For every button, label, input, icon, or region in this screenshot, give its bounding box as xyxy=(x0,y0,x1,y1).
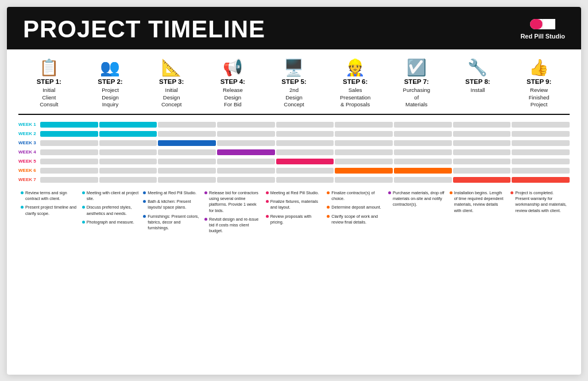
bar-week6-step6 xyxy=(335,168,393,174)
step-icon-2: 👥 xyxy=(100,60,120,76)
bar-week1-step2 xyxy=(99,122,157,128)
bar-week5-step1 xyxy=(40,159,98,164)
bar-week6-step5 xyxy=(276,168,334,174)
bar-week7-step2 xyxy=(99,177,157,183)
note-bullet-4-2: Revisit design and re-issue bid if costs… xyxy=(204,217,261,234)
note-dot-4-1 xyxy=(204,191,207,194)
step-label-9: STEP 9: xyxy=(527,78,551,86)
step-label-3: STEP 3: xyxy=(159,78,184,86)
note-bullet-3-2: Bath & kitchen: Present layouts/ space p… xyxy=(143,199,200,210)
steps-row: 📋 STEP 1: InitialClientConsult 👥 STEP 2:… xyxy=(18,60,570,109)
bar-week7-step4 xyxy=(217,177,275,183)
step-icon-4: 📢 xyxy=(223,60,243,76)
bar-week6-step9 xyxy=(512,168,570,174)
gantt-row-week-3: WEEK 3 xyxy=(18,139,570,147)
note-text-2-1: Meeting with client at project site. xyxy=(87,190,139,202)
step-desc-6: SalesPresentation& Proposals xyxy=(340,87,370,108)
step-col-9: 👍 STEP 9: ReviewFinishedProject xyxy=(508,60,570,109)
bar-week1-step1 xyxy=(40,122,98,128)
bar-week5-step5 xyxy=(276,159,334,164)
bar-week6-step2 xyxy=(99,168,157,174)
note-col-1: Review terms and sign contract with clie… xyxy=(18,190,80,237)
note-text-3-3: Furnishings: Present colors, fabrics, de… xyxy=(148,214,200,231)
note-dot-3-1 xyxy=(143,191,146,194)
gantt-bars-week-1 xyxy=(40,122,570,128)
note-col-4: Release bid for contractors using severa… xyxy=(202,190,264,237)
gantt-bars-week-4 xyxy=(40,149,570,155)
note-col-3: Meeting at Red Pill Studio.Bath & kitche… xyxy=(141,190,202,237)
note-bullet-2-2: Discuss preferred styles, aesthetics and… xyxy=(82,205,139,216)
header: PROJECT TIMELINE Red Pill Studio xyxy=(7,7,581,49)
step-desc-7: PurchasingofMaterials xyxy=(403,87,431,108)
gantt-bars-week-6 xyxy=(40,168,570,174)
gantt-bars-week-2 xyxy=(40,131,570,137)
note-dot-6-3 xyxy=(327,215,330,218)
note-text-9-1: Project is completed. Present warranty f… xyxy=(515,190,567,213)
gantt-section: WEEK 1WEEK 2WEEK 3WEEK 4WEEK 5WEEK 6WEEK… xyxy=(18,121,570,183)
step-desc-5: 2ndDesignConcept xyxy=(284,87,304,108)
step-desc-2: ProjectDesignInquiry xyxy=(102,87,119,108)
bar-week4-step5 xyxy=(276,149,334,155)
note-dot-3-3 xyxy=(143,215,146,218)
note-dot-9-1 xyxy=(510,191,513,194)
bar-week1-step7 xyxy=(394,122,452,128)
note-dot-7-1 xyxy=(388,191,391,194)
note-dot-2-3 xyxy=(82,221,85,224)
note-dot-6-2 xyxy=(327,206,330,209)
step-label-6: STEP 6: xyxy=(343,78,368,86)
note-bullet-3-3: Furnishings: Present colors, fabrics, de… xyxy=(143,214,200,231)
logo-area: Red Pill Studio xyxy=(520,18,565,40)
note-col-8: Installation begins. Length of time requ… xyxy=(447,190,509,237)
note-bullet-7-1: Purchase materials, drop off materials o… xyxy=(388,190,445,207)
note-col-6: Finalize contractor(s) of choice.Determi… xyxy=(324,190,386,237)
note-dot-5-3 xyxy=(266,215,269,218)
gantt-row-week-7: WEEK 7 xyxy=(18,176,570,183)
bar-week4-step2 xyxy=(99,149,157,155)
logo-text: Red Pill Studio xyxy=(520,33,565,40)
note-text-3-2: Bath & kitchen: Present layouts/ space p… xyxy=(148,199,200,210)
divider xyxy=(18,114,570,115)
project-timeline-card: PROJECT TIMELINE Red Pill Studio 📋 STEP … xyxy=(7,7,581,375)
bar-week4-step3 xyxy=(158,149,216,155)
bar-week6-step8 xyxy=(453,168,511,174)
step-label-8: STEP 8: xyxy=(465,78,490,86)
bar-week2-step9 xyxy=(512,131,570,137)
bar-week3-step6 xyxy=(335,140,393,146)
note-dot-2-1 xyxy=(82,191,85,194)
gantt-row-week-6: WEEK 6 xyxy=(18,167,570,174)
bar-week6-step3 xyxy=(158,168,216,174)
note-text-2-3: Photograph and measure. xyxy=(87,220,139,225)
note-text-5-3: Review proposals with pricing. xyxy=(270,214,323,225)
gantt-row-week-1: WEEK 1 xyxy=(18,121,570,128)
bar-week4-step6 xyxy=(335,149,393,155)
note-bullet-5-1: Meeting at Red Pill Studio. xyxy=(266,190,323,196)
bar-week3-step4 xyxy=(217,140,275,146)
note-bullet-2-1: Meeting with client at project site. xyxy=(82,190,139,202)
bar-week4-step4 xyxy=(217,149,275,155)
step-col-3: 📐 STEP 3: InitialDesignConcept xyxy=(141,60,202,109)
page-title: PROJECT TIMELINE xyxy=(23,17,265,41)
note-dot-8-1 xyxy=(450,191,452,194)
gantt-row-week-2: WEEK 2 xyxy=(18,130,570,137)
gantt-bars-week-5 xyxy=(40,159,570,164)
note-col-2: Meeting with client at project site.Disc… xyxy=(80,190,141,237)
step-desc-1: InitialClientConsult xyxy=(40,87,58,108)
note-dot-1-1 xyxy=(21,191,24,194)
step-label-2: STEP 2: xyxy=(98,78,122,86)
note-dot-3-2 xyxy=(143,200,146,203)
step-label-5: STEP 5: xyxy=(281,78,306,86)
bar-week2-step3 xyxy=(158,131,216,137)
note-text-8-1: Installation begins. Length of time requ… xyxy=(454,190,506,213)
note-bullet-5-3: Review proposals with pricing. xyxy=(266,214,323,225)
step-col-7: ☑️ STEP 7: PurchasingofMaterials xyxy=(386,60,447,109)
bar-week1-step3 xyxy=(158,122,216,128)
bar-week3-step5 xyxy=(276,140,334,146)
note-bullet-3-1: Meeting at Red Pill Studio. xyxy=(143,190,200,196)
note-dot-4-2 xyxy=(204,218,207,221)
svg-rect-4 xyxy=(548,19,555,29)
bar-week5-step8 xyxy=(453,159,511,164)
note-text-4-1: Release bid for contractors using severa… xyxy=(209,190,261,213)
week-label-5: WEEK 5 xyxy=(18,159,40,164)
bar-week5-step3 xyxy=(158,159,216,164)
note-text-6-1: Finalize contractor(s) of choice. xyxy=(331,190,384,202)
